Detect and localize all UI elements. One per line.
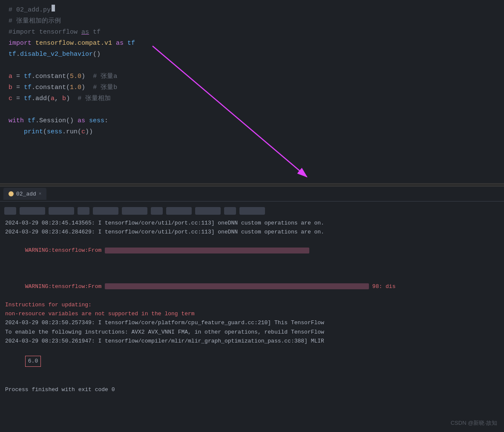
terminal-tab-bar: 02_add × — [0, 187, 504, 202]
code-line: a = tf.constant(5.0) # 张量a — [0, 71, 504, 82]
redacted-block — [105, 248, 309, 253]
toolbar-button[interactable] — [239, 207, 265, 215]
code-line: b = tf.constant(1.0) # 张量b — [0, 82, 504, 93]
toolbar-button[interactable] — [122, 207, 147, 215]
toolbar-button[interactable] — [78, 207, 89, 215]
code-line: # 张量相加的示例 — [0, 16, 504, 27]
toolbar-button[interactable] — [93, 207, 118, 215]
terminal-empty-line — [3, 377, 501, 385]
terminal-line: 2024-03-29 08:23:46.284629: I tensorflow… — [3, 228, 501, 236]
terminal-line: Process finished with exit code 0 — [3, 385, 501, 394]
panel-divider — [0, 183, 504, 187]
code-line: import tensorflow.compat.v1 as tf — [0, 38, 504, 49]
toolbar-button[interactable] — [20, 207, 45, 215]
toolbar-button[interactable] — [224, 207, 236, 215]
code-line: print(sess.run(c)) — [0, 127, 504, 138]
code-line: c = tf.add(a, b) # 张量相加 — [0, 93, 504, 104]
result-box: 6.0 — [25, 356, 41, 366]
toolbar-button[interactable] — [195, 207, 221, 215]
terminal-tab[interactable]: 02_add × — [3, 188, 46, 200]
code-line: #import tensorflow as tf — [0, 27, 504, 38]
terminal-line: 2024-03-29 08:23:50.261947: I tensorflow… — [3, 337, 501, 346]
code-line: with tf.Session() as sess: — [0, 115, 504, 127]
terminal-line: non-resource variables are not supported… — [3, 309, 501, 318]
code-line-empty — [0, 104, 504, 115]
tab-icon — [9, 191, 14, 196]
terminal-output-area: 2024-03-29 08:23:45.143565: I tensorflow… — [0, 202, 504, 432]
code-line: # 02_add.py — [0, 4, 504, 16]
terminal-line: To enable the following instructions: AV… — [3, 328, 501, 337]
code-line: tf.disable_v2_behavior() — [0, 49, 504, 60]
toolbar-button[interactable] — [49, 207, 74, 215]
terminal-line: 2024-03-29 08:23:50.257349: I tensorflow… — [3, 318, 501, 327]
redacted-block — [105, 283, 369, 289]
terminal-empty-line — [3, 264, 501, 273]
terminal-line: WARNING:tensorflow:From — [3, 237, 501, 264]
tab-close-button[interactable]: × — [39, 191, 42, 196]
terminal-output: 2024-03-29 08:23:45.143565: I tensorflow… — [0, 217, 504, 396]
terminal-line: Instructions for updating: — [3, 300, 501, 309]
toolbar-button[interactable] — [4, 207, 16, 215]
toolbar-button[interactable] — [151, 207, 163, 215]
terminal-toolbar — [0, 205, 504, 217]
code-editor: # 02_add.py # 张量相加的示例 #import tensorflow… — [0, 0, 504, 183]
terminal-line: 6.0 — [3, 346, 501, 377]
terminal-line: 2024-03-29 08:23:45.143565: I tensorflow… — [3, 219, 501, 228]
code-line-empty — [0, 60, 504, 71]
watermark: CSDN @新晓·故知 — [451, 419, 497, 427]
terminal-line: WARNING:tensorflow:From 98: dis — [3, 273, 501, 300]
toolbar-button[interactable] — [166, 207, 192, 215]
tab-label: 02_add — [16, 191, 36, 197]
